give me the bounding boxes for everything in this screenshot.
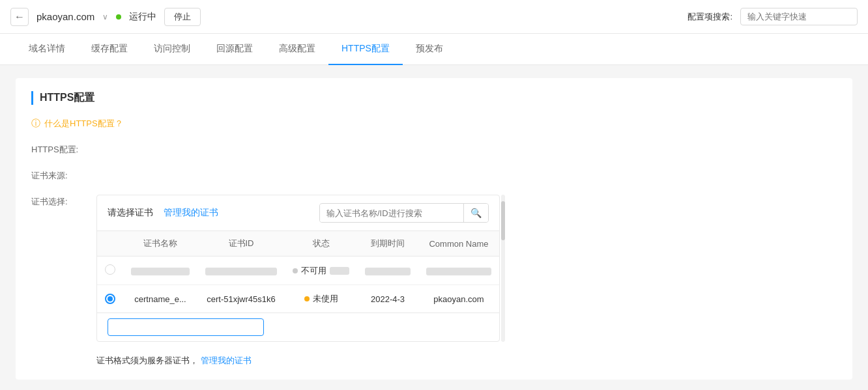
cert-tab-select[interactable]: 请选择证书 — [108, 207, 153, 219]
tab-origin-config[interactable]: 回源配置 — [203, 34, 266, 65]
col-cert-name: 证书名称 — [123, 231, 197, 257]
col-cert-id: 证书ID — [197, 231, 285, 257]
col-common-name: Common Name — [418, 231, 499, 257]
https-config-label: HTTPS配置: — [31, 143, 96, 156]
what-is-https-link[interactable]: 什么是HTTPS配置？ — [44, 118, 123, 130]
cert-status-cell: 未使用 — [285, 285, 357, 313]
cert-search-box: 🔍 — [319, 203, 489, 223]
cert-expire-cell — [357, 257, 418, 285]
cert-source-row: 证书来源: — [31, 169, 837, 182]
cert-name-blur — [131, 268, 190, 275]
main-content: HTTPS配置 ⓘ 什么是HTTPS配置？ HTTPS配置: 证书来源: 证书选… — [0, 65, 868, 390]
manage-cert-link[interactable]: 管理我的证书 — [201, 355, 252, 365]
tab-cache-config[interactable]: 缓存配置 — [78, 34, 141, 65]
status-dot-icon — [116, 14, 121, 20]
tab-https-config[interactable]: HTTPS配置 — [328, 34, 403, 65]
stop-button[interactable]: 停止 — [164, 8, 201, 26]
radio-inner-dot — [108, 296, 113, 301]
status-text: 运行中 — [129, 11, 156, 23]
https-config-row: HTTPS配置: — [31, 143, 837, 156]
cert-common-name-cell — [418, 257, 499, 285]
col-radio — [97, 231, 123, 257]
cert-common-name-blur — [426, 268, 491, 275]
status-gray-dot-icon — [293, 268, 298, 273]
table-header-row: 证书名称 证书ID 状态 到期时间 Common Name — [97, 231, 499, 257]
cert-status-unused: 未使用 — [293, 293, 349, 305]
status-extra-blur — [330, 267, 349, 275]
cert-id-cell: cert-51xjwr45s1k6 — [197, 285, 285, 313]
cert-source-label: 证书来源: — [31, 169, 96, 182]
cert-select-label: 证书选择: — [31, 195, 96, 208]
info-row: ⓘ 什么是HTTPS配置？ — [31, 118, 837, 130]
domain-name: pkaoyan.com — [36, 11, 94, 22]
cert-search-input[interactable] — [320, 204, 463, 222]
cert-footer-input[interactable] — [108, 318, 264, 336]
cert-table: 证书名称 证书ID 状态 到期时间 Common Name — [97, 231, 499, 313]
tab-navigation: 域名详情 缓存配置 访问控制 回源配置 高级配置 HTTPS配置 预发布 — [0, 34, 868, 65]
back-icon: ← — [14, 11, 25, 23]
cert-status-cell: 不可用 — [285, 257, 357, 285]
tab-domain-detail[interactable]: 域名详情 — [16, 34, 78, 65]
back-button[interactable]: ← — [10, 8, 29, 26]
cert-footer — [97, 313, 499, 341]
tab-access-control[interactable]: 访问控制 — [141, 34, 203, 65]
cert-scrollbar[interactable] — [501, 195, 505, 342]
config-search-input[interactable] — [740, 8, 858, 25]
cert-id-cell — [197, 257, 285, 285]
topbar: ← pkaoyan.com ∨ 运行中 停止 配置项搜索: — [0, 0, 868, 34]
dropdown-arrow-icon[interactable]: ∨ — [102, 12, 108, 21]
cert-panel-wrapper: 请选择证书 管理我的证书 🔍 证书名称 证 — [96, 195, 500, 342]
cert-common-name-cell: pkaoyan.com — [418, 285, 499, 313]
info-icon: ⓘ — [31, 118, 40, 130]
cert-expire-cell: 2022-4-3 — [357, 285, 418, 313]
cert-footer-hint: 证书格式须为服务器证书， 管理我的证书 — [31, 355, 837, 367]
table-row[interactable]: 不可用 — [97, 257, 499, 285]
radio-cell[interactable] — [97, 257, 123, 285]
cert-status-unavailable: 不可用 — [293, 265, 349, 277]
radio-unselected-icon — [105, 264, 115, 275]
config-search-label: 配置项搜索: — [687, 11, 732, 23]
status-text-unused: 未使用 — [313, 293, 338, 305]
cert-name-cell — [123, 257, 197, 285]
https-config-section: HTTPS配置 ⓘ 什么是HTTPS配置？ HTTPS配置: 证书来源: 证书选… — [16, 78, 852, 380]
tab-pre-release[interactable]: 预发布 — [403, 34, 456, 65]
cert-tab-manage[interactable]: 管理我的证书 — [164, 207, 218, 219]
radio-cell[interactable] — [97, 285, 123, 313]
radio-selected-icon — [105, 294, 115, 304]
footer-hint-text: 证书格式须为服务器证书， — [96, 355, 198, 365]
cert-name-cell: certname_e... — [123, 285, 197, 313]
cert-scrollbar-thumb — [501, 201, 505, 240]
status-text-unavailable: 不可用 — [301, 265, 326, 277]
cert-search-button[interactable]: 🔍 — [463, 204, 488, 222]
status-yellow-dot-icon — [304, 296, 310, 301]
tab-advanced-config[interactable]: 高级配置 — [266, 34, 328, 65]
section-title: HTTPS配置 — [31, 91, 837, 105]
cert-expire-blur — [365, 268, 411, 275]
col-status: 状态 — [285, 231, 357, 257]
cert-select-row: 证书选择: 请选择证书 管理我的证书 🔍 — [31, 195, 837, 342]
cert-id-blur — [205, 268, 277, 275]
table-row[interactable]: certname_e... cert-51xjwr45s1k6 未使用 2022… — [97, 285, 499, 313]
cert-panel: 请选择证书 管理我的证书 🔍 证书名称 证 — [96, 195, 500, 342]
cert-panel-header: 请选择证书 管理我的证书 🔍 — [97, 195, 499, 231]
col-expire: 到期时间 — [357, 231, 418, 257]
